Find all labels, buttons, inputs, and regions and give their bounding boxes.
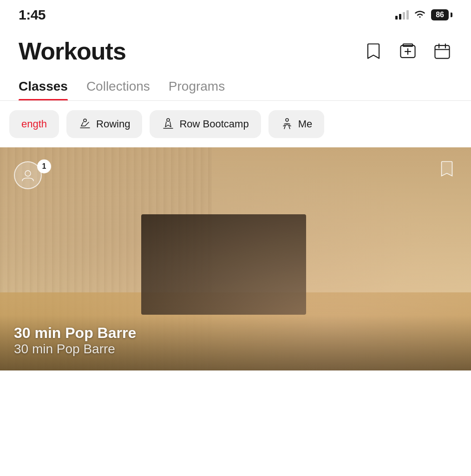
svg-point-10 bbox=[167, 119, 170, 121]
pill-row-bootcamp-label: Row Bootcamp bbox=[179, 118, 249, 130]
battery-icon: 86 bbox=[431, 9, 452, 20]
header-actions bbox=[363, 41, 452, 61]
add-collection-icon[interactable] bbox=[398, 41, 418, 61]
status-bar: 1:45 86 bbox=[0, 0, 471, 28]
bookmark-icon[interactable] bbox=[363, 41, 384, 61]
svg-rect-4 bbox=[435, 46, 449, 59]
signal-icon bbox=[395, 10, 409, 20]
filter-pill-row-bootcamp[interactable]: Row Bootcamp bbox=[150, 110, 261, 138]
status-icons: 86 bbox=[395, 9, 452, 21]
workout-card-area: 1 30 min Pop Barre 30 min Pop Barre bbox=[0, 147, 471, 370]
filter-pill-meditation[interactable]: Me bbox=[268, 110, 325, 138]
status-time: 1:45 bbox=[19, 7, 46, 23]
tab-collections[interactable]: Collections bbox=[86, 79, 150, 100]
svg-point-12 bbox=[286, 119, 288, 121]
workout-title: 30 min Pop Barre bbox=[14, 324, 457, 342]
card-bookmark-icon[interactable] bbox=[437, 159, 457, 179]
filter-pill-strength[interactable]: ength bbox=[9, 110, 59, 138]
svg-point-8 bbox=[84, 119, 86, 122]
tab-classes[interactable]: Classes bbox=[19, 79, 68, 100]
pill-rowing-label: Rowing bbox=[96, 118, 130, 130]
pill-meditation-label: Me bbox=[298, 118, 313, 130]
user-count-badge: 1 bbox=[37, 159, 51, 173]
svg-point-13 bbox=[25, 171, 31, 176]
wifi-icon bbox=[413, 9, 426, 21]
filter-pills-row: ength Rowing Row Bootcamp bbox=[0, 101, 471, 147]
workout-card[interactable]: 1 30 min Pop Barre 30 min Pop Barre bbox=[0, 147, 471, 370]
calendar-icon[interactable] bbox=[432, 41, 452, 61]
page-title: Workouts bbox=[19, 37, 126, 65]
row-bootcamp-icon bbox=[162, 118, 175, 131]
filter-pill-rowing[interactable]: Rowing bbox=[66, 110, 142, 138]
rowing-icon bbox=[78, 118, 92, 131]
tabs-nav: Classes Collections Programs bbox=[0, 74, 471, 101]
user-avatar-area: 1 bbox=[14, 161, 51, 189]
workout-subtitle: 30 min Pop Barre bbox=[14, 342, 457, 357]
pill-strength-label: ength bbox=[21, 118, 47, 130]
workout-text-overlay: 30 min Pop Barre 30 min Pop Barre bbox=[0, 315, 471, 370]
meditation-icon bbox=[281, 118, 294, 131]
page-header: Workouts bbox=[0, 28, 471, 74]
tab-programs[interactable]: Programs bbox=[169, 79, 225, 100]
